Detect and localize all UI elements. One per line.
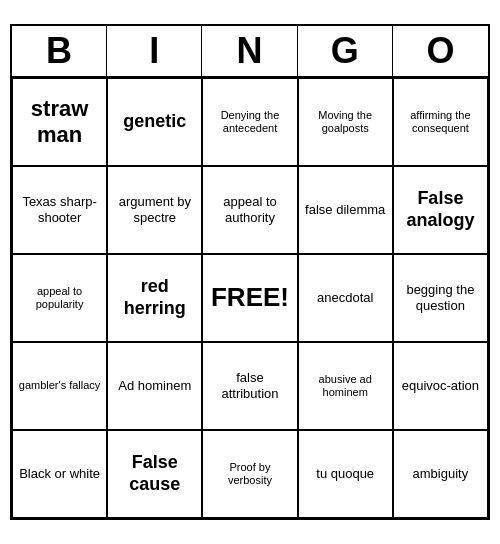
bingo-cell: Black or white — [12, 430, 107, 518]
bingo-cell: begging the question — [393, 254, 488, 342]
bingo-cell: affirming the consequent — [393, 78, 488, 166]
header-letter: B — [12, 26, 107, 76]
header-letter: O — [393, 26, 488, 76]
bingo-grid: straw mangeneticDenying the antecedentMo… — [12, 78, 488, 518]
bingo-cell: red herring — [107, 254, 202, 342]
bingo-cell: tu quoque — [298, 430, 393, 518]
bingo-cell: gambler's fallacy — [12, 342, 107, 430]
bingo-cell: false attribution — [202, 342, 297, 430]
bingo-cell: appeal to authority — [202, 166, 297, 254]
bingo-cell: Ad hominem — [107, 342, 202, 430]
header-letter: N — [202, 26, 297, 76]
bingo-cell: Denying the antecedent — [202, 78, 297, 166]
bingo-card: BINGO straw mangeneticDenying the antece… — [10, 24, 490, 520]
bingo-cell: Proof by verbosity — [202, 430, 297, 518]
bingo-cell: argument by spectre — [107, 166, 202, 254]
bingo-cell: False cause — [107, 430, 202, 518]
bingo-cell: Moving the goalposts — [298, 78, 393, 166]
bingo-cell: False analogy — [393, 166, 488, 254]
bingo-cell: FREE! — [202, 254, 297, 342]
bingo-cell: abusive ad hominem — [298, 342, 393, 430]
bingo-cell: ambiguity — [393, 430, 488, 518]
bingo-cell: Texas sharp-shooter — [12, 166, 107, 254]
header-letter: G — [298, 26, 393, 76]
bingo-cell: straw man — [12, 78, 107, 166]
header-letter: I — [107, 26, 202, 76]
bingo-header: BINGO — [12, 26, 488, 78]
bingo-cell: false dilemma — [298, 166, 393, 254]
bingo-cell: equivoc-ation — [393, 342, 488, 430]
bingo-cell: genetic — [107, 78, 202, 166]
bingo-cell: appeal to popularity — [12, 254, 107, 342]
bingo-cell: anecdotal — [298, 254, 393, 342]
